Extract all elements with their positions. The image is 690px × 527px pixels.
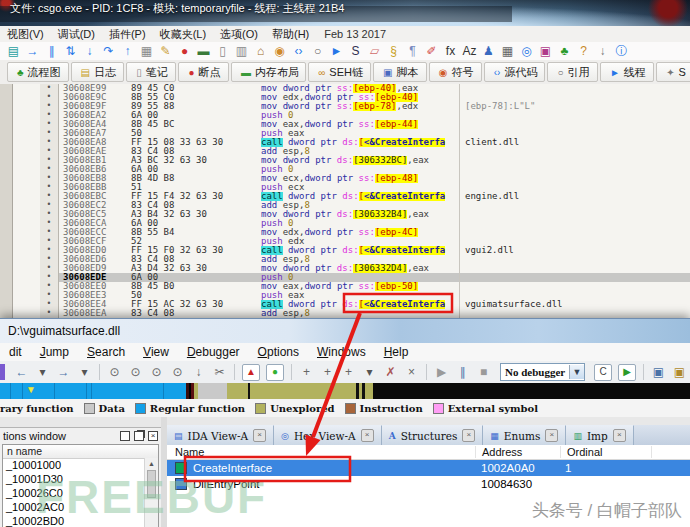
names-row-dllentrypoint[interactable]: DllEntryPoint10084630: [167, 476, 690, 492]
close-icon[interactable]: ×: [545, 429, 558, 442]
open-file-icon[interactable]: ▤: [4, 43, 23, 59]
menu-item-options[interactable]: Options: [249, 345, 308, 359]
edit-function-icon[interactable]: +: [317, 365, 338, 379]
highlight-brush-icon[interactable]: ✐: [422, 43, 441, 59]
undefine-icon[interactable]: ✗: [380, 365, 401, 379]
search-text-icon[interactable]: ⊙: [125, 365, 146, 379]
symbols-view-icon[interactable]: §: [384, 43, 403, 59]
nav-forward-dropdown-icon[interactable]: ▾: [74, 365, 95, 379]
close-icon[interactable]: ×: [361, 429, 374, 442]
function-list-item[interactable]: _10002AC0: [3, 500, 145, 514]
case-tool-icon[interactable]: Az: [460, 43, 479, 59]
disassembly-view[interactable]: •30608E9989 45 C0mov dword ptr ss:[ebp-4…: [0, 84, 690, 318]
names-row-createinterface[interactable]: CreateInterface1002A0A01: [167, 460, 690, 476]
menu-item-debugger[interactable]: Debugger: [178, 345, 249, 359]
pause-icon[interactable]: ∥: [42, 43, 61, 59]
column-name[interactable]: Name: [167, 446, 476, 458]
menu-item-windows[interactable]: Windows: [308, 345, 375, 359]
column-address[interactable]: Address: [476, 446, 561, 458]
tab-enums[interactable]: ▦Enums×: [483, 425, 566, 445]
step-over-icon[interactable]: ↷: [99, 43, 118, 59]
function-list-item[interactable]: _10002BD0: [3, 514, 145, 527]
tab-ida-view-a[interactable]: ▤IDA View-A×: [167, 425, 274, 445]
set-type-icon[interactable]: +: [338, 365, 359, 379]
maximize-icon[interactable]: [120, 431, 130, 441]
close-icon[interactable]: ×: [253, 429, 266, 442]
delete-icon[interactable]: ×: [401, 365, 422, 379]
calculator-icon[interactable]: ▦: [137, 43, 156, 59]
patches-icon[interactable]: ◉: [270, 43, 289, 59]
patch-icon[interactable]: ✎: [156, 43, 175, 59]
references-view-icon[interactable]: ►: [327, 43, 346, 59]
tab-clipped-tab[interactable]: ✦S: [656, 62, 690, 82]
tab-imports[interactable]: ▥Imp×: [566, 425, 633, 445]
create-function-icon[interactable]: +: [296, 365, 317, 379]
calc-tool-icon[interactable]: ▦: [498, 43, 517, 59]
jump-address-icon[interactable]: ↓: [188, 365, 209, 379]
pin-tool-icon[interactable]: ↓: [593, 43, 612, 59]
scroll-up-icon[interactable]: ▲: [145, 458, 158, 469]
step-into-icon[interactable]: ↓: [80, 43, 99, 59]
scroll-thumb[interactable]: [147, 470, 156, 498]
desktop-2-icon[interactable]: ▣: [669, 365, 690, 379]
chevron-down-icon[interactable]: ▼: [569, 365, 584, 379]
menu-item-l[interactable]: 收藏夹(L): [153, 27, 213, 42]
info-icon[interactable]: ⓘ: [612, 43, 631, 59]
ida-titlebar[interactable]: D:\vguimatsurface.dll: [0, 319, 690, 344]
user-tool-icon[interactable]: ♟: [479, 43, 498, 59]
tab-source-code[interactable]: ‹›源代码: [484, 62, 546, 82]
debugger-select[interactable]: No debugger ▼: [500, 363, 585, 381]
tab-log[interactable]: ▤日志: [71, 62, 125, 82]
nav-back-icon[interactable]: ←: [11, 365, 32, 379]
tab-symbols[interactable]: ◉符号: [429, 62, 482, 82]
source-view-icon[interactable]: ‹›: [289, 43, 308, 59]
tab-notes[interactable]: ▯笔记: [126, 62, 176, 82]
menu-item-jump[interactable]: Jump: [31, 345, 78, 359]
functions-column-header[interactable]: n name: [3, 445, 158, 459]
menu-item-p[interactable]: 插件(P): [102, 27, 153, 42]
menu-item-dit[interactable]: dit: [0, 345, 31, 359]
tab-hex-view-a[interactable]: ◎Hex View-A×: [274, 425, 382, 445]
menu-item-view[interactable]: View: [134, 345, 178, 359]
search-sequence-icon[interactable]: ⊙: [146, 365, 167, 379]
search-binary-icon[interactable]: ⊙: [104, 365, 125, 379]
desktop-1-icon[interactable]: ▣: [648, 365, 669, 379]
memory-map-icon[interactable]: ▬: [194, 43, 213, 59]
snippet-icon[interactable]: ✂: [209, 365, 230, 379]
modules-icon[interactable]: ▥: [232, 43, 251, 59]
restore-icon[interactable]: [134, 431, 144, 441]
tab-seh-chain[interactable]: ∞SEH链: [308, 62, 371, 82]
nav-forward-icon[interactable]: →: [53, 365, 74, 379]
function-list-item[interactable]: _10001D30: [3, 472, 145, 486]
eraser-icon[interactable]: ▱: [365, 43, 384, 59]
problems-icon[interactable]: ▲: [242, 364, 260, 381]
plugins-icon[interactable]: ▣: [536, 43, 555, 59]
script-window-icon[interactable]: S: [346, 43, 365, 59]
navigator-icon[interactable]: ●: [266, 364, 284, 381]
help-notes-icon[interactable]: ?: [574, 43, 593, 59]
more-dropdown-icon[interactable]: ▾: [359, 365, 380, 379]
restart-icon[interactable]: ⇅: [61, 43, 80, 59]
tab-memory-layout[interactable]: ▬内存布局: [231, 62, 306, 82]
debug-stop-icon[interactable]: ■: [473, 365, 494, 379]
fx-icon[interactable]: fx: [441, 43, 460, 59]
attach-icon[interactable]: ¶: [403, 43, 422, 59]
tab-script[interactable]: ▣脚本: [373, 62, 427, 82]
search-icon[interactable]: ○: [308, 43, 327, 59]
debug-pause-icon[interactable]: ∥: [452, 365, 473, 379]
tab-structures[interactable]: AStructures×: [382, 425, 484, 445]
column-ordinal[interactable]: Ordinal: [561, 446, 652, 458]
run-to-user-code-icon[interactable]: ↑: [118, 43, 137, 59]
names-table-header[interactable]: Name Address Ordinal: [167, 445, 690, 460]
ida-navigation-band[interactable]: ▼: [0, 383, 690, 399]
debug-start-icon[interactable]: ▶: [431, 365, 452, 379]
menu-item-d[interactable]: 调试(D): [51, 27, 102, 42]
function-list-item[interactable]: _100026C0: [3, 486, 145, 500]
nav-back-dropdown-icon[interactable]: ▾: [32, 365, 53, 379]
globe-tool-icon[interactable]: ◎: [517, 43, 536, 59]
close-icon[interactable]: ×: [462, 429, 475, 442]
compile-c-icon[interactable]: C: [594, 364, 612, 381]
log-window-icon[interactable]: ▯: [213, 43, 232, 59]
tab-threads[interactable]: ►线程: [600, 62, 654, 82]
detach-icon[interactable]: ⌂: [251, 43, 270, 59]
